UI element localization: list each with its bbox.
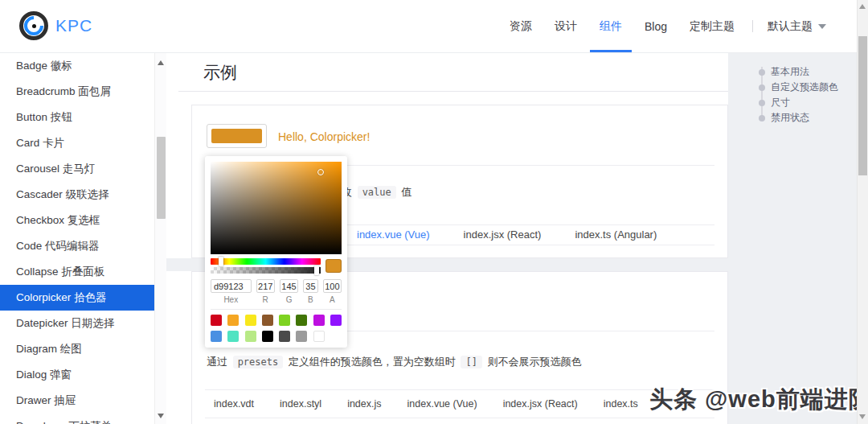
sidebar-item-button[interactable]: Button 按钮: [0, 105, 154, 130]
kpc-logo-icon: [19, 11, 48, 40]
sidebar-item-badge[interactable]: Badge 徽标: [0, 53, 154, 79]
logo-text: KPC: [55, 16, 92, 35]
alpha-label: A: [330, 295, 335, 304]
nav-divider: [752, 20, 753, 32]
tab-index.vue[interactable]: index.vue (Vue): [407, 398, 477, 410]
toc-dot-icon: [759, 100, 765, 106]
sidebar-item-carousel[interactable]: Carousel 走马灯: [0, 156, 154, 182]
hue-slider[interactable]: [211, 258, 321, 265]
nav-item-Blog[interactable]: Blog: [633, 0, 678, 52]
nav-item-定制主题[interactable]: 定制主题: [678, 0, 746, 52]
toc-item[interactable]: 尺寸: [754, 95, 858, 110]
preset-swatch[interactable]: [245, 331, 256, 342]
blue-label: B: [308, 295, 313, 304]
tab-index.vdt[interactable]: index.vdt: [214, 398, 254, 410]
toc-item[interactable]: 基本用法: [754, 64, 858, 80]
preset-swatch[interactable]: [279, 331, 290, 342]
preset-swatch[interactable]: [313, 331, 325, 342]
preset-swatch[interactable]: [279, 315, 290, 326]
toc-item[interactable]: 禁用状态: [754, 110, 858, 126]
saturation-area[interactable]: [211, 162, 342, 254]
nav-active-underline: [590, 50, 632, 52]
preset-swatch[interactable]: [262, 315, 273, 326]
alpha-gradient: [211, 267, 321, 274]
tab-index.jsx[interactable]: index.jsx (React): [464, 228, 542, 241]
preset-swatch[interactable]: [296, 331, 307, 342]
green-input[interactable]: [280, 279, 298, 293]
theme-label: 默认主题: [768, 19, 813, 34]
kpc-logo[interactable]: KPC: [19, 11, 92, 40]
sidebar-item-drawer[interactable]: Drawer 抽屉: [0, 388, 154, 414]
sidebar-item-collapse[interactable]: Collapse 折叠面板: [0, 259, 154, 285]
example2-code-tabs: index.vdtindex.stylindex.jsindex.vue (Vu…: [214, 389, 638, 418]
scroll-up-icon[interactable]: [158, 60, 164, 65]
preset-swatch[interactable]: [245, 315, 256, 326]
sidebar-item-code[interactable]: Code 代码编辑器: [0, 233, 154, 259]
divider: [211, 309, 342, 310]
color-value-fields: Hex R G B A: [211, 279, 342, 304]
inline-code-chip: presets: [233, 356, 284, 368]
sidebar-item-breadcrumb[interactable]: Breadcrumb 面包屑: [0, 79, 154, 105]
sidebar-item-diagram[interactable]: Diagram 绘图: [0, 336, 154, 362]
inline-code-chip: value: [358, 186, 396, 199]
hex-input[interactable]: [211, 279, 252, 293]
page-title: 示例: [203, 61, 237, 84]
tab-index.styl[interactable]: index.styl: [280, 398, 321, 410]
inline-code-chip: []: [461, 356, 481, 368]
preset-colors-row2: [211, 331, 342, 342]
blue-input[interactable]: [303, 279, 317, 293]
preset-swatch[interactable]: [227, 331, 239, 342]
hex-label: Hex: [223, 295, 238, 304]
sidebar-item-card[interactable]: Card 卡片: [0, 130, 154, 156]
scroll-up-icon[interactable]: [859, 4, 866, 9]
colorpicker-panel: Hex R G B A: [205, 156, 347, 348]
window-scrollbar-thumb[interactable]: [858, 36, 867, 175]
scroll-down-icon[interactable]: [158, 414, 164, 418]
toc-item[interactable]: 自定义预选颜色: [754, 80, 858, 95]
component-sidebar: Badge 徽标Breadcrumb 面包屑Button 按钮Card 卡片Ca…: [0, 53, 154, 424]
sidebar-item-dialog[interactable]: Dialog 弹窗: [0, 362, 154, 388]
alpha-slider-handle[interactable]: [314, 266, 319, 275]
example1-description: 改 value 值: [342, 185, 411, 200]
demo-hello-text: Hello, Colorpicker!: [278, 130, 370, 143]
divider: [205, 418, 714, 418]
example1-code-tabs: index.vue (Vue)index.jsx (React)index.ts…: [357, 224, 657, 245]
preset-swatch[interactable]: [211, 331, 222, 342]
red-input[interactable]: [256, 279, 275, 293]
example2-description: 通过 presets 定义组件的预选颜色，置为空数组时 [] 则不会展示预选颜色: [207, 355, 582, 369]
sidebar-scrollbar-thumb[interactable]: [157, 137, 166, 219]
tab-index.jsx[interactable]: index.jsx (React): [503, 398, 578, 410]
preset-swatch[interactable]: [313, 315, 325, 326]
current-color-preview: [326, 259, 342, 273]
tab-index.ts[interactable]: index.ts: [604, 398, 638, 410]
alpha-slider[interactable]: [211, 267, 321, 274]
main-nav: 资源设计组件Blog定制主题默认主题: [498, 0, 834, 52]
table-of-contents: 基本用法自定义预选颜色尺寸禁用状态: [754, 64, 858, 126]
sidebar-scrollbar[interactable]: [154, 53, 166, 424]
sidebar-item-colorpicker[interactable]: Colorpicker 拾色器: [0, 285, 154, 311]
tab-index.vue[interactable]: index.vue (Vue): [357, 228, 430, 241]
theme-dropdown[interactable]: 默认主题: [760, 19, 834, 34]
preset-swatch[interactable]: [330, 315, 342, 326]
saturation-marker[interactable]: [317, 169, 324, 175]
window-scrollbar[interactable]: [857, 0, 868, 424]
preset-swatch[interactable]: [211, 315, 222, 326]
hue-slider-handle[interactable]: [219, 257, 223, 266]
sidebar-item-cascader[interactable]: Cascader 级联选择: [0, 182, 154, 208]
preset-swatch[interactable]: [262, 331, 273, 342]
scroll-down-icon[interactable]: [859, 414, 866, 419]
nav-item-组件[interactable]: 组件: [588, 0, 633, 52]
colorpicker-trigger-swatch: [211, 129, 262, 143]
alpha-input[interactable]: [323, 279, 342, 293]
nav-item-资源[interactable]: 资源: [498, 0, 543, 52]
sidebar-item-datepicker[interactable]: Datepicker 日期选择: [0, 311, 154, 336]
colorpicker-trigger-button[interactable]: [207, 124, 267, 148]
tab-index.ts[interactable]: index.ts (Angular): [575, 228, 657, 241]
tab-index.js[interactable]: index.js: [347, 398, 381, 410]
sidebar-item-dropdown[interactable]: Dropdown 下拉菜单: [0, 414, 154, 424]
preset-swatch[interactable]: [296, 315, 307, 326]
nav-item-设计[interactable]: 设计: [543, 0, 588, 52]
preset-swatch[interactable]: [227, 315, 239, 326]
red-label: R: [263, 295, 268, 304]
sidebar-item-checkbox[interactable]: Checkbox 复选框: [0, 208, 154, 233]
